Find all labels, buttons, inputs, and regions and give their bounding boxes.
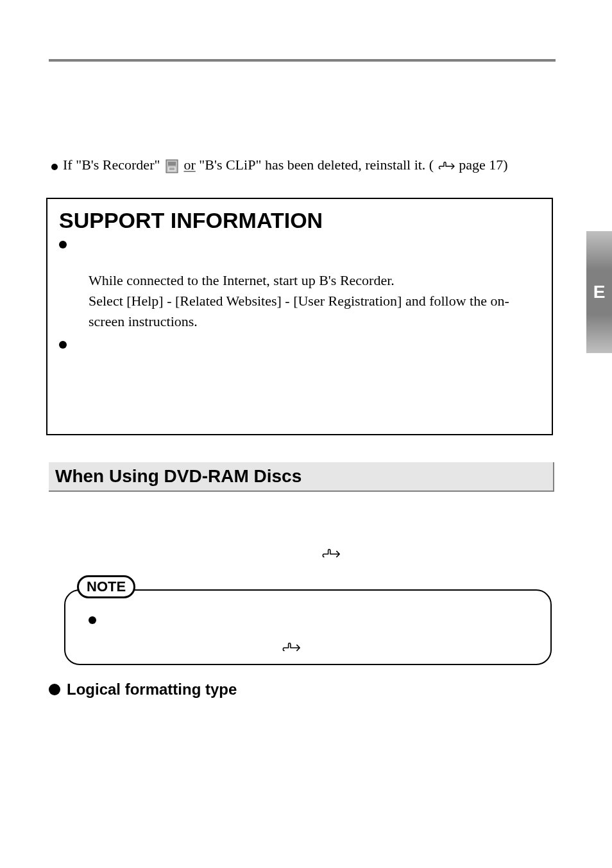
sub-heading: Logical formatting type [49,681,237,699]
pointing-hand-icon [281,641,302,655]
side-tab-fade-bottom [586,315,612,353]
bullet-icon [49,684,60,695]
support-item-1 [59,238,540,250]
reinstall-pageref: page 17) [459,157,507,173]
side-tab-fade-top [586,231,612,270]
bullet-icon [59,241,67,248]
side-tab: E [586,231,612,353]
top-rule [49,59,556,62]
pointing-hand-icon [438,160,455,173]
reinstall-prefix: If "B's Recorder" [63,157,160,173]
bullet-icon [59,341,67,349]
support-info-box: SUPPORT INFORMATION While connected to t… [46,198,553,435]
svg-rect-1 [168,162,176,166]
reinstall-suffix: "B's CLiP" has been deleted, reinstall i… [199,157,434,173]
side-tab-solid: E [586,270,612,315]
reinstall-mid: or [183,157,195,173]
page: E If "B's Recorder" or "B's CLiP" has be… [0,0,612,868]
bullet-icon [89,616,96,624]
section-bar-title: When Using DVD-RAM Discs [55,466,302,487]
reinstall-note-line: If "B's Recorder" or "B's CLiP" has been… [51,157,548,174]
support-item-1-body: While connected to the Internet, start u… [89,270,544,332]
pointing-hand-icon [321,547,341,561]
note-box: NOTE [64,575,552,665]
bullet-icon [51,164,58,170]
support-info-title: SUPPORT INFORMATION [59,208,552,233]
note-label: NOTE [77,575,135,598]
section-bar: When Using DVD-RAM Discs [49,462,554,492]
sub-heading-text: Logical formatting type [67,681,237,699]
support-item-2 [59,338,540,350]
disc-app-icon [165,159,179,174]
side-tab-letter: E [593,282,606,302]
reinstall-note-text: If "B's Recorder" or "B's CLiP" has been… [63,157,508,174]
note-outline [64,589,552,665]
